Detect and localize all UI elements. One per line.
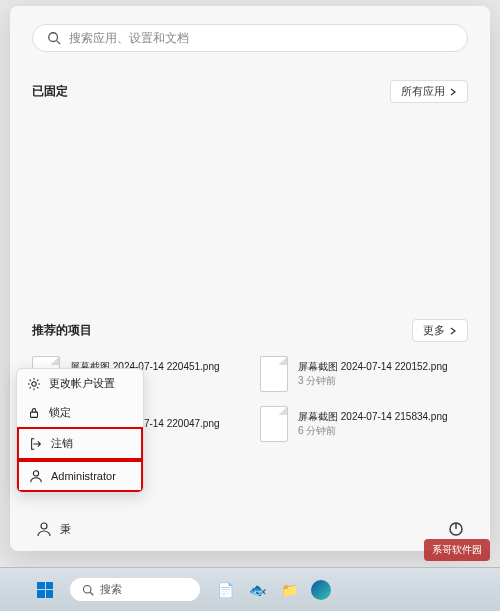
settings-icon: [27, 377, 41, 391]
recommended-item[interactable]: 屏幕截图 2024-07-14 215834.png 6 分钟前: [260, 404, 468, 444]
user-icon: [29, 469, 43, 483]
taskbar-search[interactable]: 搜索: [70, 578, 200, 601]
all-apps-label: 所有应用: [401, 84, 445, 99]
user-account-button[interactable]: 秉: [36, 521, 71, 537]
pinned-title: 已固定: [32, 83, 68, 100]
recommended-item[interactable]: 屏幕截图 2024-07-14 220152.png 3 分钟前: [260, 354, 468, 394]
recommended-title: 推荐的项目: [32, 322, 92, 339]
lock-icon: [27, 406, 41, 420]
search-bar[interactable]: [32, 24, 468, 52]
menu-label: 更改帐户设置: [49, 376, 115, 391]
user-context-menu: 更改帐户设置 锁定 注销 Administrator: [16, 368, 144, 493]
sign-out-item[interactable]: 注销: [17, 427, 143, 460]
taskbar-search-label: 搜索: [100, 582, 122, 597]
file-icon: [260, 406, 288, 442]
taskbar: 搜索 📄 🐟 📁: [0, 567, 500, 611]
svg-line-1: [57, 41, 61, 45]
svg-point-4: [33, 471, 38, 476]
watermark: 系哥软件园: [424, 539, 490, 561]
svg-line-9: [90, 592, 93, 595]
file-time: 3 分钟前: [298, 374, 448, 388]
search-icon: [82, 584, 94, 596]
svg-point-0: [49, 33, 58, 42]
sign-out-icon: [29, 437, 43, 451]
taskbar-edge-icon[interactable]: [308, 577, 334, 603]
pinned-header: 已固定 所有应用: [32, 80, 468, 103]
menu-label: 注销: [51, 436, 73, 451]
change-account-settings-item[interactable]: 更改帐户设置: [17, 369, 143, 398]
user-icon: [36, 521, 52, 537]
taskbar-app-icon[interactable]: 🐟: [244, 577, 270, 603]
more-label: 更多: [423, 323, 445, 338]
menu-label: 锁定: [49, 405, 71, 420]
start-button[interactable]: [30, 575, 60, 605]
search-icon: [47, 31, 61, 45]
file-name: 屏幕截图 2024-07-14 220152.png: [298, 360, 448, 374]
administrator-item[interactable]: Administrator: [17, 460, 143, 492]
all-apps-button[interactable]: 所有应用: [390, 80, 468, 103]
file-time: 6 分钟前: [298, 424, 448, 438]
svg-point-5: [41, 523, 47, 529]
menu-label: Administrator: [51, 470, 116, 482]
start-footer: 秉: [10, 507, 490, 551]
power-button[interactable]: [448, 521, 464, 537]
file-icon: [260, 356, 288, 392]
taskbar-apps: 📄 🐟 📁: [212, 577, 334, 603]
more-button[interactable]: 更多: [412, 319, 468, 342]
windows-logo-icon: [37, 582, 53, 598]
taskbar-app-icon[interactable]: 📁: [276, 577, 302, 603]
search-input[interactable]: [69, 31, 453, 45]
svg-rect-3: [31, 412, 38, 417]
user-name: 秉: [60, 522, 71, 537]
start-menu-panel: 已固定 所有应用 推荐的项目 更多 屏幕截图 2024-07-14 220451…: [10, 6, 490, 551]
lock-item[interactable]: 锁定: [17, 398, 143, 427]
taskbar-app-icon[interactable]: 📄: [212, 577, 238, 603]
recommended-header: 推荐的项目 更多: [32, 319, 468, 342]
svg-point-2: [32, 381, 36, 385]
pinned-apps-area: [32, 115, 468, 295]
chevron-right-icon: [449, 88, 457, 96]
svg-point-8: [84, 585, 92, 593]
chevron-right-icon: [449, 327, 457, 335]
file-name: 屏幕截图 2024-07-14 215834.png: [298, 410, 448, 424]
